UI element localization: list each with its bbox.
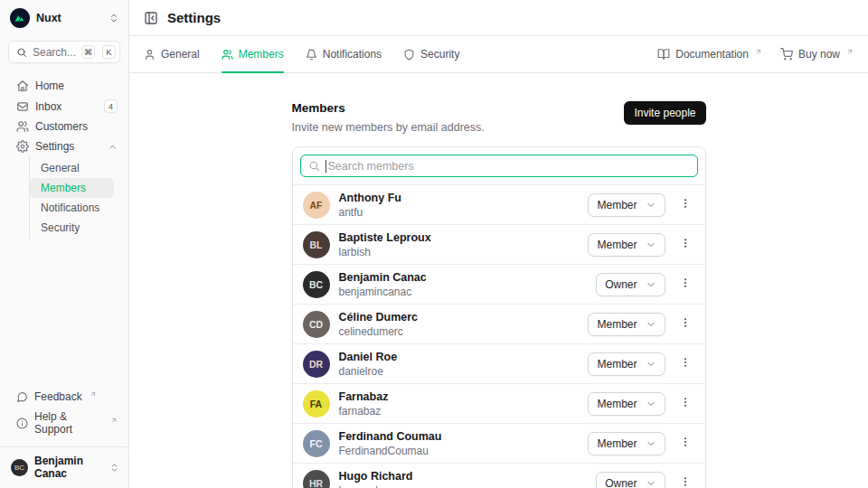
tabs-toolbar: General Members Notifications [129, 36, 868, 73]
member-row: CD Céline Dumerc celinedumerc Member [293, 304, 705, 343]
buy-now-link[interactable]: Buy now [780, 48, 854, 61]
chevron-down-icon [646, 200, 656, 211]
member-name: Daniel Roe [339, 351, 398, 363]
sidebar-item-security[interactable]: Security [30, 218, 114, 238]
member-role-value: Owner [605, 278, 637, 291]
sidebar-item-label: Settings [35, 140, 74, 153]
member-row: FC Ferdinand Coumau FerdinandCoumau Memb… [293, 423, 705, 463]
member-role-select[interactable]: Member [588, 352, 665, 376]
sidebar-item-general[interactable]: General [30, 158, 114, 178]
sidebar-search-button[interactable]: Search... ⌘K [8, 41, 120, 63]
member-name: Anthony Fu [339, 192, 401, 204]
member-actions-menu-button[interactable] [675, 393, 696, 415]
team-selector[interactable]: Nuxt [0, 0, 128, 35]
sidebar-item-settings[interactable]: Settings [9, 136, 121, 156]
member-actions-menu-button[interactable] [675, 433, 696, 455]
tab-label: Notifications [323, 48, 382, 61]
chevron-down-icon [646, 359, 656, 370]
sidebar-search-placeholder: Search... [33, 46, 76, 59]
member-username: danielroe [339, 365, 398, 378]
member-role-select[interactable]: Member [588, 313, 665, 336]
member-row: HR Hugo Richard hugorcd Owner [293, 463, 705, 488]
inbox-icon [16, 100, 29, 113]
help-support-link[interactable]: Help & Support [9, 407, 121, 439]
team-name: Nuxt [36, 12, 61, 24]
avatar: HR [303, 470, 330, 488]
members-page-head: Members Invite new members by email addr… [292, 101, 706, 134]
search-icon [308, 160, 320, 172]
page-title: Settings [167, 10, 221, 25]
avatar: BC [11, 459, 28, 476]
member-username: larbish [339, 246, 431, 258]
sidebar-item-customers[interactable]: Customers [9, 117, 121, 136]
avatar: DR [303, 351, 330, 378]
search-members-input[interactable]: Search members [300, 155, 698, 177]
book-open-icon [657, 48, 670, 61]
user-menu[interactable]: BC Benjamin Canac [0, 446, 128, 488]
users-icon [16, 120, 29, 133]
kebab-menu-icon [679, 277, 692, 292]
member-role-value: Member [597, 437, 637, 450]
documentation-link[interactable]: Documentation [657, 48, 762, 61]
feedback-label: Feedback [34, 390, 82, 403]
member-row: FA Farnabaz farnabaz Member [293, 383, 705, 423]
buy-now-label: Buy now [798, 48, 840, 61]
search-icon [16, 47, 27, 58]
member-role-select[interactable]: Member [588, 392, 665, 416]
cart-icon [780, 48, 793, 61]
sidebar-item-home[interactable]: Home [9, 76, 121, 96]
settings-tabs: General Members Notifications [144, 36, 459, 72]
member-actions-menu-button[interactable] [675, 353, 696, 375]
member-role-select[interactable]: Owner [596, 273, 665, 296]
search-members-placeholder: Search members [328, 160, 414, 173]
members-heading: Members [292, 101, 485, 115]
member-actions-menu-button[interactable] [675, 473, 696, 488]
documentation-label: Documentation [675, 48, 749, 61]
content-area: Members Invite new members by email addr… [129, 73, 868, 488]
member-row: DR Daniel Roe danielroe Member [293, 343, 705, 383]
sidebar-item-notifications[interactable]: Notifications [30, 198, 114, 218]
member-name: Céline Dumerc [339, 311, 419, 324]
kebab-menu-icon [679, 356, 692, 371]
member-actions-menu-button[interactable] [675, 234, 696, 256]
panel-left-close-icon[interactable] [144, 11, 158, 25]
user-name: Benjamin Canac [34, 455, 103, 480]
chevron-down-icon [646, 438, 656, 449]
sidebar-nav: Home Inbox 4 Customers Settings [0, 67, 128, 239]
avatar: BC [303, 271, 330, 298]
member-role-value: Member [597, 239, 637, 251]
tab-label: Members [239, 48, 284, 61]
member-actions-menu-button[interactable] [675, 314, 696, 335]
sidebar-item-members[interactable]: Members [30, 178, 114, 198]
member-name: Farnabaz [339, 390, 389, 403]
members-card: Search members AF Anthony Fu antfu Membe… [292, 146, 706, 488]
member-actions-menu-button[interactable] [675, 274, 696, 296]
feedback-link[interactable]: Feedback [9, 387, 121, 407]
invite-people-button[interactable]: Invite people [624, 101, 705, 125]
chevron-down-icon [646, 399, 656, 409]
members-list: AF Anthony Fu antfu Member BL Baptiste L… [293, 184, 705, 488]
chevron-down-icon [646, 279, 656, 290]
kbd-k: K [102, 45, 116, 59]
member-role-select[interactable]: Member [588, 233, 665, 257]
avatar: FC [303, 430, 330, 457]
tab-general[interactable]: General [144, 36, 200, 72]
avatar: FA [303, 390, 330, 418]
sidebar-spacer [0, 239, 128, 383]
sidebar-item-inbox[interactable]: Inbox 4 [9, 96, 121, 117]
chevron-up-icon [108, 142, 118, 152]
member-role-select[interactable]: Owner [596, 472, 665, 488]
kebab-menu-icon [679, 197, 692, 212]
member-row: BC Benjamin Canac benjamincanac Owner [293, 264, 705, 304]
chevrons-up-down-icon [108, 13, 119, 23]
sidebar: Nuxt Search... ⌘K Home In [0, 0, 129, 488]
tab-members[interactable]: Members [222, 36, 284, 72]
kebab-menu-icon [679, 237, 692, 252]
member-username: benjamincanac [339, 286, 427, 298]
tab-security[interactable]: Security [403, 36, 459, 72]
member-role-select[interactable]: Member [588, 432, 665, 455]
member-role-select[interactable]: Member [588, 193, 665, 217]
member-actions-menu-button[interactable] [675, 194, 696, 216]
kebab-menu-icon [679, 396, 692, 411]
tab-notifications[interactable]: Notifications [306, 36, 382, 72]
